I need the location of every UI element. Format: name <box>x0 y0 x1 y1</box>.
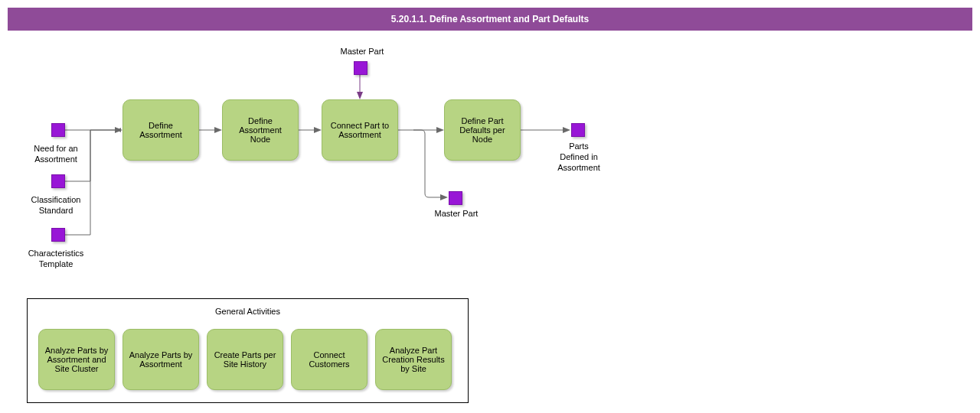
node-define-assortment[interactable]: DefineAssortment <box>122 99 199 161</box>
port-parts-defined[interactable] <box>571 123 585 137</box>
node-label: DefineAssortment <box>139 121 182 139</box>
page-title-text: 5.20.1.1. Define Assortment and Part Def… <box>391 14 589 24</box>
port-label-need: Need for anAssortment <box>25 144 87 165</box>
port-characteristics-template[interactable] <box>51 228 65 242</box>
node-analyze-parts-assortment[interactable]: Analyze Parts byAssortment <box>122 329 199 390</box>
port-label-characteristics: CharacteristicsTemplate <box>21 249 90 270</box>
node-label: Connect Part toAssortment <box>331 121 389 139</box>
node-label: ConnectCustomers <box>309 350 349 369</box>
port-master-part-out[interactable] <box>449 191 462 205</box>
node-define-part-defaults-per-node[interactable]: Define PartDefaults perNode <box>444 99 521 161</box>
port-label-master-in: Master Part <box>332 47 393 57</box>
node-label: Analyze Parts byAssortment <box>129 350 193 369</box>
node-label: Analyze Parts byAssortment andSite Clust… <box>45 346 109 373</box>
node-analyze-parts-assortment-site-cluster[interactable]: Analyze Parts byAssortment andSite Clust… <box>38 329 115 390</box>
svg-marker-0 <box>117 128 121 132</box>
port-label-parts-defined: PartsDefined inAssortment <box>548 141 609 173</box>
node-define-assortment-node[interactable]: DefineAssortmentNode <box>222 99 299 161</box>
node-create-parts-per-site-history[interactable]: Create Parts perSite History <box>207 329 283 390</box>
port-classification-standard[interactable] <box>51 174 65 188</box>
port-label-classification: ClassificationStandard <box>25 195 87 216</box>
node-label: Create Parts perSite History <box>214 350 276 369</box>
diagram-canvas: 5.20.1.1. Define Assortment and Part Def… <box>0 0 980 413</box>
node-label: DefineAssortmentNode <box>239 116 282 144</box>
node-label: Analyze PartCreation Resultsby Site <box>382 346 444 373</box>
page-title: 5.20.1.1. Define Assortment and Part Def… <box>8 8 972 31</box>
svg-marker-5 <box>563 127 570 133</box>
port-label-master-out: Master Part <box>426 209 487 220</box>
port-master-part-in[interactable] <box>354 61 368 75</box>
node-label: Define PartDefaults perNode <box>459 116 505 144</box>
svg-marker-3 <box>314 127 322 133</box>
svg-marker-6 <box>357 92 363 99</box>
port-need-assortment[interactable] <box>51 123 65 137</box>
node-connect-part-to-assortment[interactable]: Connect Part toAssortment <box>322 99 398 161</box>
svg-marker-4 <box>436 127 444 133</box>
node-connect-customers[interactable]: ConnectCustomers <box>291 329 368 390</box>
svg-marker-1 <box>115 127 122 133</box>
node-analyze-part-creation-results-by-site[interactable]: Analyze PartCreation Resultsby Site <box>375 329 452 390</box>
svg-marker-2 <box>214 127 222 133</box>
panel-title: General Activities <box>28 307 468 316</box>
svg-marker-7 <box>440 194 448 200</box>
